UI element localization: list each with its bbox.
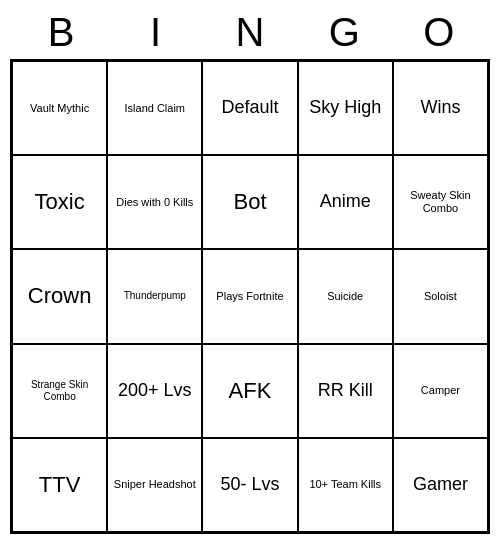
cell-2: Default — [202, 61, 297, 155]
cell-17: AFK — [202, 344, 297, 438]
letter-i: I — [116, 10, 196, 55]
cell-5: Toxic — [12, 155, 107, 249]
cell-3: Sky High — [298, 61, 393, 155]
cell-22: 50- Lvs — [202, 438, 297, 532]
letter-n: N — [210, 10, 290, 55]
cell-1: Island Claim — [107, 61, 202, 155]
cell-8: Anime — [298, 155, 393, 249]
cell-18: RR Kill — [298, 344, 393, 438]
cell-11: Thunderpump — [107, 249, 202, 343]
cell-16: 200+ Lvs — [107, 344, 202, 438]
letter-b: B — [21, 10, 101, 55]
cell-9: Sweaty Skin Combo — [393, 155, 488, 249]
cell-7: Bot — [202, 155, 297, 249]
bingo-title: B I N G O — [10, 10, 490, 55]
cell-20: TTV — [12, 438, 107, 532]
cell-14: Soloist — [393, 249, 488, 343]
cell-23: 10+ Team Kills — [298, 438, 393, 532]
letter-o: O — [399, 10, 479, 55]
cell-12: Plays Fortnite — [202, 249, 297, 343]
cell-15: Strange Skin Combo — [12, 344, 107, 438]
cell-21: Sniper Headshot — [107, 438, 202, 532]
bingo-grid: Vault MythicIsland ClaimDefaultSky HighW… — [10, 59, 490, 534]
letter-g: G — [304, 10, 384, 55]
cell-10: Crown — [12, 249, 107, 343]
cell-13: Suicide — [298, 249, 393, 343]
cell-19: Camper — [393, 344, 488, 438]
cell-6: Dies with 0 Kills — [107, 155, 202, 249]
cell-24: Gamer — [393, 438, 488, 532]
cell-4: Wins — [393, 61, 488, 155]
cell-0: Vault Mythic — [12, 61, 107, 155]
